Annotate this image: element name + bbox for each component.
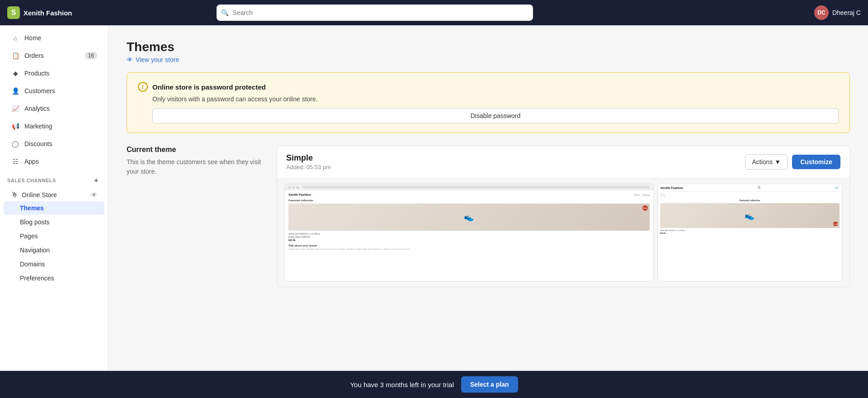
sidebar-nav: ⌂ Home 📋 Orders 16 ◆ Products 👤 Customer… <box>0 25 108 289</box>
theme-preview-card: Simple Added: 05:53 pm Actions ▼ Customi… <box>277 146 850 287</box>
current-theme-title: Current theme <box>127 146 262 154</box>
current-theme-info: Current theme This is the theme customer… <box>127 146 262 176</box>
mockup-mobile-body: Featured collection 👟 Sale VANS [AUTHENT… <box>658 192 842 236</box>
domains-label: Domains <box>20 261 45 268</box>
store-logo[interactable]: S Xenith Fashion <box>7 6 72 19</box>
online-store-icon: 🖰 <box>11 191 18 199</box>
sidebar-sub-item-themes[interactable]: Themes <box>4 201 104 215</box>
sales-channels-header: Sales Channels + <box>0 171 108 187</box>
sidebar-sub-item-pages[interactable]: Pages <box>4 229 104 243</box>
cart-icon: 🛒 <box>835 186 839 190</box>
mockup-product-price: $24.99 <box>288 239 650 242</box>
user-name: Dheeraj C <box>832 9 861 16</box>
mockup-mobile-featured: Featured collection <box>660 199 840 202</box>
sidebar-item-apps[interactable]: ☷ Apps <box>4 153 104 170</box>
mockup-mobile: Xenith Fashion ☰ 🛒 Featured collection 👟… <box>657 184 842 281</box>
mockup-mobile-product-price: $24.99 <box>660 232 840 234</box>
chevron-down-icon: ▼ <box>774 158 781 166</box>
sidebar-item-analytics[interactable]: 📈 Analytics <box>4 100 104 117</box>
mockup-brand-heading: Talk about your brand <box>288 244 650 247</box>
sidebar-item-label: Products <box>24 70 49 77</box>
add-sales-channel-button[interactable]: + <box>92 176 101 185</box>
alert-title: Online store is password protected <box>152 83 266 91</box>
disable-password-button[interactable]: Disable password <box>152 108 839 123</box>
shopify-icon: S <box>7 6 20 19</box>
sidebar-item-orders[interactable]: 📋 Orders 16 <box>4 47 104 64</box>
products-icon: ◆ <box>11 69 20 78</box>
analytics-icon: 📈 <box>11 104 20 113</box>
customize-button[interactable]: Customize <box>792 155 840 169</box>
mockup-featured-label: Featured collection <box>288 199 650 202</box>
sidebar-sub-item-navigation[interactable]: Navigation <box>4 243 104 257</box>
page-title: Themes <box>127 40 850 54</box>
theme-actions: Actions ▼ Customize <box>745 154 840 170</box>
theme-mockup: Xenith Fashion Home Catalog Featured col… <box>277 178 849 287</box>
sidebar-item-label: Analytics <box>24 105 50 112</box>
alert-description: Only visitors with a password can access… <box>152 95 839 103</box>
mockup-mobile-header: Xenith Fashion ☰ 🛒 <box>658 184 842 192</box>
search-bar: 🔍 <box>217 5 533 21</box>
mockup-nav: Home Catalog <box>634 194 650 196</box>
user-menu[interactable]: DC Dheeraj C <box>814 5 861 20</box>
browser-bar <box>285 184 653 190</box>
current-theme-section: Current theme This is the theme customer… <box>127 146 850 287</box>
sidebar-item-label: Customers <box>24 87 55 95</box>
search-input[interactable] <box>217 5 533 21</box>
hamburger-icon: ☰ <box>758 186 760 190</box>
sidebar-item-home[interactable]: ⌂ Home <box>4 29 104 47</box>
sidebar-item-label: Apps <box>24 158 39 165</box>
mockup-mobile-product-image: 👟 Sale <box>660 203 840 228</box>
mockup-mobile-search <box>660 194 665 197</box>
bottom-bar: You have 3 months left in your trial Sel… <box>0 371 868 398</box>
topbar: S Xenith Fashion 🔍 DC Dheeraj C <box>0 0 868 25</box>
sale-badge: Sale <box>642 205 648 211</box>
theme-info: Simple Added: 05:53 pm <box>286 153 331 171</box>
home-icon: ⌂ <box>11 33 20 43</box>
apps-icon: ☷ <box>11 157 20 166</box>
eye-icon: 👁 <box>127 56 133 63</box>
browser-dot-2 <box>292 186 295 189</box>
online-store-row[interactable]: 🖰 Online Store 👁 <box>4 187 104 201</box>
sidebar-item-products[interactable]: ◆ Products <box>4 65 104 82</box>
trial-text: You have 3 months left in your trial <box>350 381 454 389</box>
sidebar-sub-item-domains[interactable]: Domains <box>4 257 104 271</box>
content-area: Themes 👁 View your store ! Online store … <box>108 25 868 398</box>
mockup-product-name: VANS [AUTHENTIC | LO PRO] <box>288 232 650 235</box>
shoe-icon: 👟 <box>464 212 474 222</box>
sidebar: ⌂ Home 📋 Orders 16 ◆ Products 👤 Customer… <box>0 25 108 398</box>
sidebar-sub-item-preferences[interactable]: Preferences <box>4 271 104 285</box>
browser-url <box>302 186 650 189</box>
search-icon: 🔍 <box>221 9 229 16</box>
blog-posts-label: Blog posts <box>20 218 49 226</box>
sidebar-item-label: Marketing <box>24 123 52 130</box>
mockup-desktop: Xenith Fashion Home Catalog Featured col… <box>284 184 654 281</box>
marketing-icon: 📢 <box>11 122 20 131</box>
orders-badge: 16 <box>85 52 97 59</box>
mockup-mobile-product-name: VANS [AUTHENTIC | LO PRO] <box>660 229 840 232</box>
sidebar-item-marketing[interactable]: 📢 Marketing <box>4 118 104 135</box>
customers-icon: 👤 <box>11 86 20 95</box>
navigation-label: Navigation <box>20 246 50 254</box>
view-store-label: View your store <box>136 56 179 63</box>
view-store-link[interactable]: 👁 View your store <box>127 56 850 63</box>
sidebar-sub-item-blog-posts[interactable]: Blog posts <box>4 215 104 229</box>
sidebar-item-discounts[interactable]: ◯ Discounts <box>4 135 104 152</box>
password-alert-banner: ! Online store is password protected Onl… <box>127 72 850 133</box>
browser-dot-3 <box>297 186 299 189</box>
pages-label: Pages <box>20 232 38 240</box>
discounts-icon: ◯ <box>11 139 20 148</box>
store-name: Xenith Fashion <box>24 9 72 17</box>
actions-button[interactable]: Actions ▼ <box>745 154 788 170</box>
mockup-store-name: Xenith Fashion <box>288 193 311 196</box>
sidebar-item-label: Discounts <box>24 140 52 147</box>
themes-label: Themes <box>20 204 44 212</box>
mockup-product-image: 👟 Sale <box>288 204 650 231</box>
select-plan-button[interactable]: Select a plan <box>461 376 518 393</box>
mockup-body: Xenith Fashion Home Catalog Featured col… <box>285 190 653 253</box>
alert-icon: ! <box>138 82 148 92</box>
theme-added: Added: 05:53 pm <box>286 164 331 171</box>
browser-dot-1 <box>288 186 291 189</box>
sidebar-item-label: Home <box>24 34 41 42</box>
mockup-product-color: BURGUNIDY/WHITE <box>288 236 650 238</box>
sidebar-item-customers[interactable]: 👤 Customers <box>4 82 104 100</box>
